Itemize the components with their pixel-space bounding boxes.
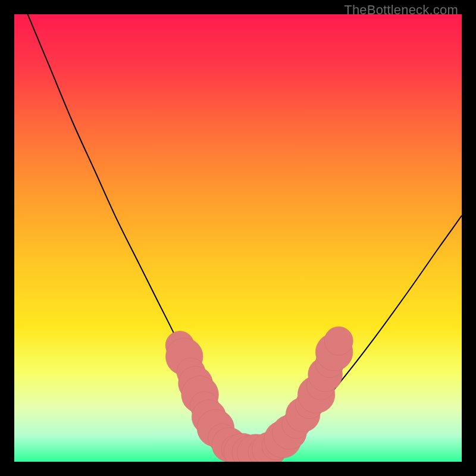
outer-frame: TheBottleneck.com [0, 0, 476, 476]
data-marker [324, 327, 353, 355]
gradient-background [14, 14, 462, 462]
chart-svg [14, 14, 462, 462]
plot-area [14, 14, 462, 462]
